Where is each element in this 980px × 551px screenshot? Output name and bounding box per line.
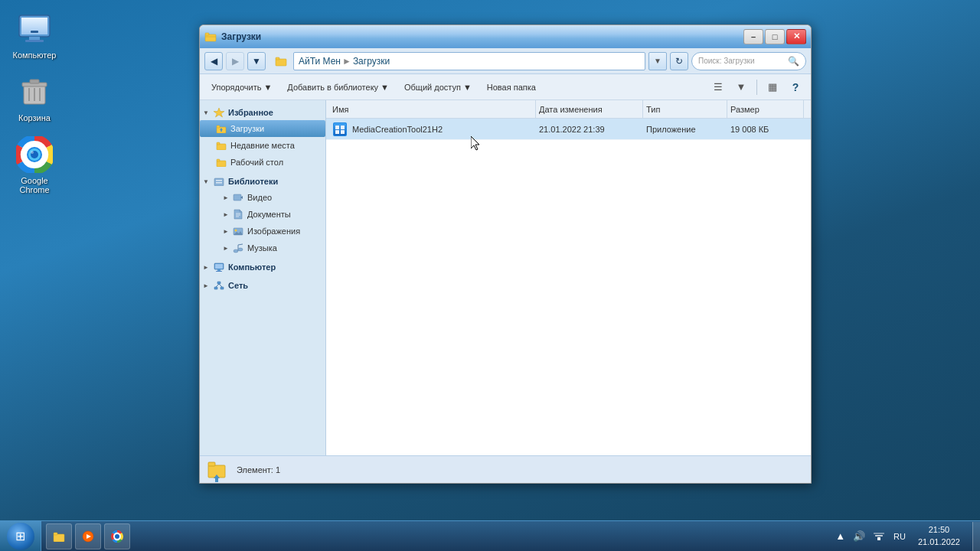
docs-icon (232, 208, 244, 220)
svg-rect-56 (341, 126, 345, 129)
svg-rect-17 (205, 34, 216, 41)
sidebar-item-recent[interactable]: Недавние места (200, 137, 325, 154)
svg-rect-70 (874, 533, 884, 534)
svg-rect-49 (214, 287, 217, 289)
status-text: Элемент: 1 (237, 465, 280, 474)
libraries-label: Библиотеки (228, 177, 278, 186)
address-dropdown-button[interactable]: ▼ (648, 52, 667, 70)
svg-rect-28 (217, 159, 220, 161)
start-button[interactable] (0, 521, 41, 552)
maximize-button[interactable]: □ (765, 29, 785, 44)
close-button[interactable]: ✕ (786, 29, 806, 44)
preview-pane-button[interactable]: ▦ (762, 77, 783, 97)
tray-volume-icon[interactable]: 🔊 (851, 529, 867, 543)
computer-expand-icon: ► (203, 264, 211, 271)
file-name: MediaCreationTool21H2 (352, 125, 443, 134)
view-dropdown-button[interactable]: ▼ (730, 77, 752, 97)
refresh-button[interactable]: ↻ (670, 52, 688, 70)
libraries-header[interactable]: ▼ Библиотеки (200, 174, 325, 189)
desktop-folder-icon (215, 156, 227, 168)
computer-sidebar-label: Компьютер (228, 262, 276, 272)
svg-rect-45 (215, 264, 223, 269)
computer-icon (16, 11, 53, 47)
svg-rect-46 (217, 269, 220, 271)
view-list-button[interactable]: ☰ (707, 77, 729, 97)
svg-point-40 (234, 249, 238, 253)
sidebar-item-video[interactable]: ► Видео (200, 189, 325, 206)
svg-point-67 (115, 534, 119, 539)
svg-rect-26 (217, 142, 220, 145)
share-button[interactable]: Общий доступ ▼ (397, 77, 479, 97)
main-area: ▼ Избранное (200, 100, 811, 455)
images-expand-icon: ► (223, 228, 230, 235)
forward-button[interactable]: ▶ (226, 52, 244, 70)
images-label: Изображения (247, 227, 300, 236)
downloads-label: Загрузки (230, 124, 264, 133)
svg-rect-60 (208, 462, 215, 466)
svg-rect-32 (234, 194, 241, 201)
svg-point-38 (235, 230, 237, 232)
computer-icon-label: Компьютер (13, 51, 57, 60)
back-button[interactable]: ◀ (204, 52, 223, 70)
explorer-window-icon (204, 31, 217, 43)
svg-rect-30 (216, 180, 222, 181)
empty-area[interactable] (326, 140, 811, 455)
sidebar-item-docs[interactable]: ► Документы (200, 206, 325, 223)
search-box[interactable]: Поиск: Загрузки 🔍 (691, 52, 806, 70)
taskbar-item-chrome[interactable] (104, 523, 130, 549)
sidebar-item-music[interactable]: ► Музыка (200, 240, 325, 256)
explorer-window: Загрузки – □ ✕ ◀ ▶ ▼ АйТи Мен ► (199, 24, 812, 484)
network-header[interactable]: ► Сеть (200, 278, 325, 293)
sidebar-item-downloads[interactable]: Загрузки (200, 120, 325, 137)
taskbar-item-explorer[interactable] (46, 523, 72, 549)
recent-locations-button[interactable]: ▼ (247, 52, 266, 70)
sidebar-item-images[interactable]: ► Изображения (200, 223, 325, 240)
col-header-type[interactable]: Тип (643, 100, 727, 118)
col-header-date[interactable]: Дата изменения (536, 100, 643, 118)
share-dropdown-icon: ▼ (463, 83, 472, 92)
favorites-header[interactable]: ▼ Избранное (200, 105, 325, 120)
taskbar-item-media[interactable] (75, 523, 101, 549)
system-tray: ▲ 🔊 RU 21:50 21.01.2022 (827, 521, 972, 551)
toolbar: Упорядочить ▼ Добавить в библиотеку ▼ Об… (200, 74, 811, 100)
status-bar: Элемент: 1 (200, 455, 811, 483)
svg-point-43 (238, 248, 243, 251)
network-label: Сеть (228, 281, 248, 290)
toolbar-separator (756, 80, 757, 95)
svg-rect-3 (25, 40, 44, 42)
nav-section-computer: ► Компьютер (200, 259, 325, 275)
new-folder-button[interactable]: Новая папка (480, 77, 543, 97)
col-header-name[interactable]: Имя (329, 100, 536, 118)
taskbar-media-icon (82, 530, 94, 543)
svg-rect-55 (335, 126, 339, 129)
desktop-icon-chrome[interactable]: Google Chrome (8, 133, 61, 197)
desktop: Компьютер Корзина (0, 0, 980, 551)
tray-show-hidden-icon[interactable]: ▲ (833, 529, 848, 543)
file-date-cell: 21.01.2022 21:39 (536, 125, 643, 134)
col-header-size[interactable]: Размер (727, 100, 804, 118)
desktop-label: Рабочий стол (230, 158, 283, 167)
file-area: Имя Дата изменения Тип Размер (326, 100, 811, 455)
desktop-icon-computer[interactable]: Компьютер (8, 8, 61, 63)
sidebar-item-desktop[interactable]: Рабочий стол (200, 154, 325, 171)
tray-clock[interactable]: 21:50 21.01.2022 (912, 523, 966, 549)
table-row[interactable]: MediaCreationTool21H2 21.01.2022 21:39 П… (326, 119, 811, 140)
help-button[interactable]: ? (785, 77, 806, 97)
organize-button[interactable]: Упорядочить ▼ (204, 77, 279, 97)
address-path[interactable]: АйТи Мен ► Загрузки (293, 52, 645, 70)
tray-language[interactable]: RU (890, 530, 909, 543)
video-label: Видео (247, 193, 272, 202)
music-label: Музыка (247, 243, 277, 253)
minimize-button[interactable]: – (743, 29, 763, 44)
desktop-icon-recycle[interactable]: Корзина (8, 70, 61, 126)
add-to-library-button[interactable]: Добавить в библиотеку ▼ (280, 77, 396, 97)
nav-section-libraries: ▼ Библиотеки ► (200, 174, 325, 256)
search-icon: 🔍 (788, 56, 799, 67)
toolbar-right: ☰ ▼ ▦ ? (707, 77, 806, 97)
desktop-icons: Компьютер Корзина (8, 8, 61, 197)
show-desktop-button[interactable] (972, 522, 980, 551)
tray-network-icon[interactable] (871, 529, 887, 544)
svg-rect-2 (29, 37, 40, 40)
svg-rect-50 (220, 287, 224, 289)
computer-header[interactable]: ► Компьютер (200, 259, 325, 275)
